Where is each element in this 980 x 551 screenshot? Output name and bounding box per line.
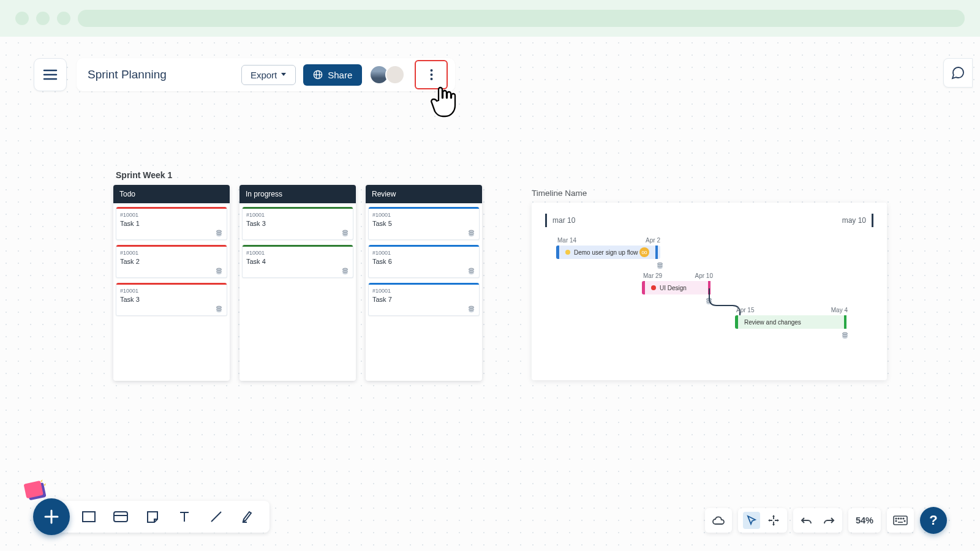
kanban-card[interactable]: #10001Task 4 — [242, 245, 353, 278]
kanban-card[interactable]: #10001Task 6 — [368, 245, 480, 278]
more-options-button[interactable] — [415, 60, 448, 89]
shape-toolbar — [33, 498, 270, 535]
kanban-column[interactable]: Review#10001Task 5#10001Task 6#10001Task… — [366, 185, 482, 381]
kanban-card[interactable]: #10001Task 1 — [116, 207, 227, 240]
database-icon — [215, 229, 224, 238]
url-bar — [78, 10, 965, 27]
timeline-item-end: Apr 10 — [695, 272, 713, 279]
database-icon — [467, 305, 476, 313]
hamburger-menu-button[interactable] — [34, 58, 67, 91]
highlighter-button[interactable] — [239, 508, 257, 526]
window-dots — [15, 12, 70, 25]
svg-point-6 — [430, 69, 432, 72]
view-controls: 54% ? — [705, 507, 947, 534]
kanban-card[interactable]: #10001Task 5 — [368, 207, 480, 240]
card-title: Task 4 — [246, 258, 349, 265]
status-dot-icon — [651, 285, 656, 290]
database-icon — [656, 261, 664, 272]
timeline-item[interactable]: Mar 29 Apr 10 UI Design — [642, 281, 709, 294]
help-button[interactable]: ? — [920, 507, 947, 534]
database-icon — [467, 229, 476, 238]
card-shape-button[interactable] — [111, 508, 130, 526]
kanban-card[interactable]: #10001Task 7 — [368, 283, 480, 316]
kanban-column[interactable]: In progress#10001Task 3#10001Task 4 — [239, 185, 356, 381]
kanban-column-header: Review — [366, 185, 482, 203]
kanban-board[interactable]: Sprint Week 1 Todo#10001Task 1#10001Task… — [113, 170, 487, 381]
text-button[interactable] — [175, 508, 194, 526]
card-id: #10001 — [372, 288, 475, 294]
pointer-tool-button[interactable] — [743, 512, 760, 529]
timeline-item-start: Apr 15 — [736, 307, 754, 313]
svg-rect-36 — [114, 512, 127, 522]
timeline-item-start: Mar 29 — [643, 272, 662, 279]
card-title: Task 1 — [120, 220, 223, 227]
card-id: #10001 — [120, 288, 223, 294]
svg-point-45 — [900, 518, 902, 519]
card-id: #10001 — [120, 250, 223, 256]
svg-point-44 — [898, 518, 899, 519]
kanban-column-header: In progress — [239, 185, 356, 203]
card-id: #10001 — [246, 212, 349, 218]
cloud-sync-icon[interactable] — [710, 512, 727, 529]
timeline-item[interactable]: Apr 15 May 4 Review and changes — [735, 315, 845, 329]
keyboard-shortcuts-button[interactable] — [892, 512, 909, 529]
pan-tool-button[interactable] — [765, 512, 782, 529]
share-button[interactable]: Share — [303, 64, 362, 86]
kanban-card[interactable]: #10001Task 2 — [116, 245, 227, 278]
timeline-item-label: Review and changes — [744, 319, 801, 326]
export-button[interactable]: Export — [241, 65, 296, 85]
card-id: #10001 — [120, 212, 223, 218]
kanban-column[interactable]: Todo#10001Task 1#10001Task 2#10001Task 3 — [113, 185, 230, 381]
board-title[interactable]: Sprint Planning — [88, 68, 234, 81]
plus-icon — [43, 508, 60, 525]
kanban-card[interactable]: #10001Task 3 — [116, 283, 227, 316]
canvas[interactable]: Sprint Planning Export Share Sprin — [0, 37, 980, 551]
timeline-item-end: Apr 2 — [646, 237, 660, 244]
kanban-card[interactable]: #10001Task 3 — [242, 207, 353, 240]
kanban-column-header: Todo — [113, 185, 230, 203]
card-title: Task 3 — [120, 296, 223, 303]
database-icon — [467, 267, 476, 276]
rectangle-shape-button[interactable] — [80, 508, 98, 526]
card-title: Task 3 — [246, 220, 349, 227]
line-button[interactable] — [207, 508, 225, 526]
svg-point-43 — [895, 518, 897, 519]
timeline-item-start: Mar 14 — [557, 237, 576, 244]
avatar[interactable] — [385, 65, 405, 84]
card-id: #10001 — [372, 250, 475, 256]
timeline-end-marker — [872, 214, 873, 227]
card-title: Task 6 — [372, 258, 475, 265]
timeline-title: Timeline Name — [532, 189, 887, 198]
database-icon — [215, 267, 224, 276]
help-label: ? — [929, 512, 937, 528]
zoom-level[interactable]: 54% — [853, 515, 876, 525]
card-title: Task 5 — [372, 220, 475, 227]
title-bar: Sprint Planning Export Share — [77, 58, 455, 91]
timeline-end-label: may 10 — [842, 216, 866, 225]
svg-point-7 — [430, 73, 432, 76]
chat-bubble-icon — [951, 66, 965, 80]
timeline-item-end: May 4 — [831, 307, 848, 313]
globe-icon — [313, 70, 323, 80]
timeline-start-marker — [545, 214, 547, 227]
timeline-panel[interactable]: Timeline Name mar 10 may 10 Mar 14 Apr 2… — [532, 189, 887, 380]
timeline-item-label: Demo user sign up flow — [574, 249, 638, 256]
database-icon — [341, 267, 350, 276]
svg-point-46 — [903, 518, 904, 519]
caret-down-icon — [281, 72, 287, 77]
card-id: #10001 — [372, 212, 475, 218]
card-title: Task 7 — [372, 296, 475, 303]
database-icon — [705, 297, 713, 308]
svg-point-48 — [904, 520, 905, 522]
add-fab-button[interactable] — [33, 498, 70, 535]
undo-button[interactable] — [798, 512, 815, 529]
svg-point-8 — [430, 78, 432, 80]
database-icon — [841, 331, 849, 342]
redo-button[interactable] — [820, 512, 837, 529]
timeline-start-label: mar 10 — [552, 216, 575, 225]
svg-point-47 — [895, 520, 897, 522]
sticky-note-button[interactable] — [143, 508, 162, 526]
comments-button[interactable] — [943, 58, 973, 88]
timeline-item[interactable]: Mar 14 Apr 2 Demo user sign up flow 00 — [556, 246, 660, 259]
collaborator-avatars[interactable] — [369, 65, 405, 84]
